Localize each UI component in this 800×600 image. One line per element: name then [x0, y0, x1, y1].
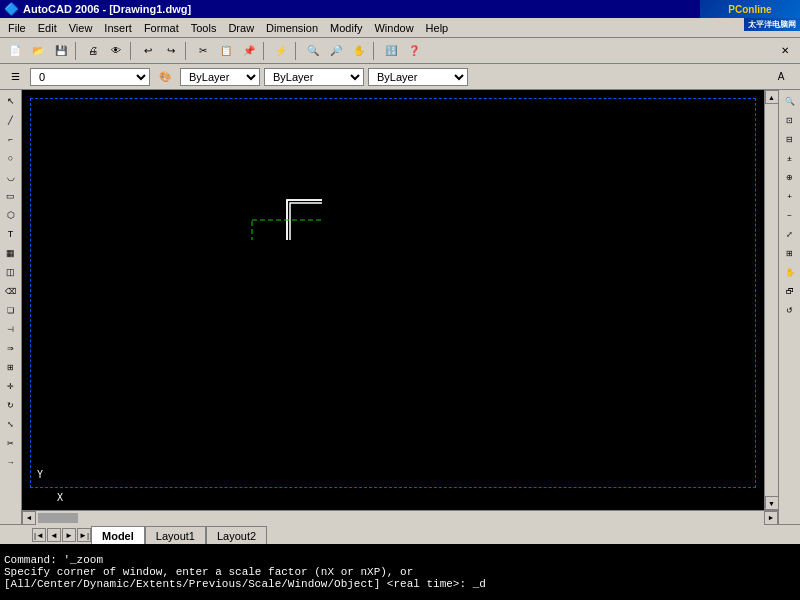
command-line-1: Command: '_zoom [4, 554, 796, 566]
array-tool[interactable]: ⊞ [2, 358, 20, 376]
tab-layout1[interactable]: Layout1 [145, 526, 206, 544]
hatch-tool[interactable]: ▦ [2, 244, 20, 262]
canvas-with-scrollbar: Y X Y X ▲ [22, 90, 778, 510]
trim-tool[interactable]: ✂ [2, 434, 20, 452]
polygon-tool[interactable]: ⬡ [2, 206, 20, 224]
drawing-svg: Y X [22, 90, 322, 240]
app-icon: 🔷 [4, 2, 19, 16]
title-text: AutoCAD 2006 - [Drawing1.dwg] [23, 3, 191, 15]
brand-bottom: 太平洋电脑网 [744, 18, 800, 31]
zoom-dynamic-button[interactable]: ⊟ [781, 130, 799, 148]
3d-orbit-button[interactable]: ↺ [781, 301, 799, 319]
mirror-tool[interactable]: ⊣ [2, 320, 20, 338]
pan-button[interactable]: ✋ [348, 41, 370, 61]
scroll-track-h[interactable] [36, 511, 764, 525]
rotate-tool[interactable]: ↻ [2, 396, 20, 414]
menu-insert[interactable]: Insert [98, 20, 138, 36]
scroll-left-button[interactable]: ◄ [22, 511, 36, 525]
close-button[interactable]: ✕ [774, 41, 796, 61]
menu-dimension[interactable]: Dimension [260, 20, 324, 36]
main-container: ↖ ╱ ⌐ ○ ◡ ▭ ⬡ T ▦ ◫ ⌫ ❏ ⊣ ⇒ ⊞ ✛ ↻ ⤡ ✂ → [0, 90, 800, 524]
open-button[interactable]: 📂 [27, 41, 49, 61]
calculator-button[interactable]: 🔢 [380, 41, 402, 61]
copy-button[interactable]: 📋 [215, 41, 237, 61]
line-tool[interactable]: ╱ [2, 111, 20, 129]
new-button[interactable]: 📄 [4, 41, 26, 61]
undo-button[interactable]: ↩ [137, 41, 159, 61]
circle-tool[interactable]: ○ [2, 149, 20, 167]
color-select[interactable]: ByLayer [180, 68, 260, 86]
menu-format[interactable]: Format [138, 20, 185, 36]
rectangle-tool[interactable]: ▭ [2, 187, 20, 205]
tab-last-button[interactable]: ►| [77, 528, 91, 542]
color-manager-button[interactable]: 🎨 [154, 67, 176, 87]
copy-tool[interactable]: ❏ [2, 301, 20, 319]
left-toolbar: ↖ ╱ ⌐ ○ ◡ ▭ ⬡ T ▦ ◫ ⌫ ❏ ⊣ ⇒ ⊞ ✛ ↻ ⤡ ✂ → [0, 90, 22, 524]
zoom-scale-button[interactable]: ± [781, 149, 799, 167]
tab-model[interactable]: Model [91, 526, 145, 544]
scroll-track-v[interactable] [770, 104, 774, 496]
tab-prev-button[interactable]: ◄ [47, 528, 61, 542]
tab-bar: |◄ ◄ ► ►| Model Layout1 Layout2 [0, 524, 800, 544]
menu-file[interactable]: File [2, 20, 32, 36]
lineweight-select[interactable]: ByLayer [368, 68, 468, 86]
zoom-center-button[interactable]: ⊕ [781, 168, 799, 186]
standard-toolbar: 📄 📂 💾 🖨 👁 ↩ ↪ ✂ 📋 📌 ⚡ 🔍 🔎 ✋ 🔢 ❓ ✕ [0, 38, 800, 64]
command-line[interactable]: Command: '_zoom Specify corner of window… [0, 544, 800, 600]
tab-next-button[interactable]: ► [62, 528, 76, 542]
zoom-window-rt-button[interactable]: ⊡ [781, 111, 799, 129]
linetype-select[interactable]: ByLayer [264, 68, 364, 86]
menu-view[interactable]: View [63, 20, 99, 36]
zoom-all-button[interactable]: ⤢ [781, 225, 799, 243]
help-button[interactable]: ❓ [403, 41, 425, 61]
arc-tool[interactable]: ◡ [2, 168, 20, 186]
zoom-out-button[interactable]: − [781, 206, 799, 224]
zoom-extents-button[interactable]: ⊞ [781, 244, 799, 262]
menu-help[interactable]: Help [420, 20, 455, 36]
tab-nav: |◄ ◄ ► ►| [30, 528, 91, 544]
select-tool[interactable]: ↖ [2, 92, 20, 110]
text-tool[interactable]: T [2, 225, 20, 243]
offset-tool[interactable]: ⇒ [2, 339, 20, 357]
match-props-button[interactable]: ⚡ [270, 41, 292, 61]
zoom-in-button[interactable]: + [781, 187, 799, 205]
zoom-prev-button[interactable]: 🔎 [325, 41, 347, 61]
menu-tools[interactable]: Tools [185, 20, 223, 36]
zoom-window-button[interactable]: 🔍 [302, 41, 324, 61]
erase-tool[interactable]: ⌫ [2, 282, 20, 300]
drawing-canvas-area[interactable]: Y X Y X [22, 90, 764, 510]
pan-rt-button[interactable]: ✋ [781, 263, 799, 281]
extend-tool[interactable]: → [2, 453, 20, 471]
layer-select[interactable]: 0 [30, 68, 150, 86]
print-button[interactable]: 🖨 [82, 41, 104, 61]
zoom-realtime-button[interactable]: 🔍 [781, 92, 799, 110]
layer-manager-button[interactable]: ☰ [4, 67, 26, 87]
menu-modify[interactable]: Modify [324, 20, 368, 36]
paste-button[interactable]: 📌 [238, 41, 260, 61]
scroll-down-button[interactable]: ▼ [765, 496, 779, 510]
save-button[interactable]: 💾 [50, 41, 72, 61]
named-views-button[interactable]: 🗗 [781, 282, 799, 300]
command-line-2: Specify corner of window, enter a scale … [4, 566, 796, 578]
tab-first-button[interactable]: |◄ [32, 528, 46, 542]
horizontal-scrollbar[interactable]: ◄ ► [22, 510, 778, 524]
style-btn[interactable]: A [766, 67, 796, 87]
sep2 [130, 42, 134, 60]
title-bar: 🔷 AutoCAD 2006 - [Drawing1.dwg] PConline… [0, 0, 800, 18]
vertical-scrollbar[interactable]: ▲ ▼ [764, 90, 778, 510]
menu-draw[interactable]: Draw [222, 20, 260, 36]
cut-button[interactable]: ✂ [192, 41, 214, 61]
gradient-tool[interactable]: ◫ [2, 263, 20, 281]
move-tool[interactable]: ✛ [2, 377, 20, 395]
tab-layout2[interactable]: Layout2 [206, 526, 267, 544]
menu-window[interactable]: Window [368, 20, 419, 36]
preview-button[interactable]: 👁 [105, 41, 127, 61]
scroll-thumb-h[interactable] [38, 513, 78, 523]
menu-edit[interactable]: Edit [32, 20, 63, 36]
sep6 [373, 42, 377, 60]
redo-button[interactable]: ↪ [160, 41, 182, 61]
scroll-up-button[interactable]: ▲ [765, 90, 779, 104]
scroll-right-button[interactable]: ► [764, 511, 778, 525]
scale-tool[interactable]: ⤡ [2, 415, 20, 433]
polyline-tool[interactable]: ⌐ [2, 130, 20, 148]
